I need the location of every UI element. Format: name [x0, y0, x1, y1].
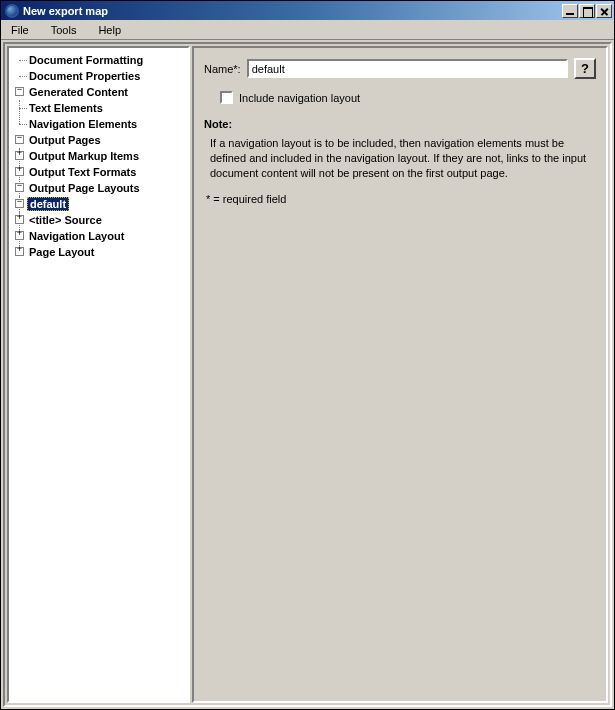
tree-item-output-pages[interactable]: Output Pages — [27, 134, 103, 146]
expand-icon[interactable] — [15, 247, 24, 256]
include-nav-checkbox[interactable] — [220, 91, 233, 104]
tree-item-navigation-layout[interactable]: Navigation Layout — [27, 230, 126, 242]
name-label: Name*: — [204, 63, 241, 75]
menu-file[interactable]: File — [7, 22, 33, 38]
collapse-icon[interactable] — [15, 87, 24, 96]
tree-item-text-elements[interactable]: Text Elements — [27, 102, 105, 114]
titlebar: New export map — [1, 1, 614, 20]
menu-help[interactable]: Help — [94, 22, 125, 38]
tree-item-title-source[interactable]: <title> Source — [27, 214, 104, 226]
tree-item-doc-formatting[interactable]: Document Formatting — [27, 54, 145, 66]
expand-icon[interactable] — [15, 231, 24, 240]
collapse-icon[interactable] — [15, 183, 24, 192]
window-title: New export map — [23, 5, 561, 17]
expand-icon[interactable] — [15, 167, 24, 176]
expand-icon[interactable] — [15, 215, 24, 224]
tree-item-output-markup-items[interactable]: Output Markup Items — [27, 150, 141, 162]
content-panel: Name*: ? Include navigation layout Note:… — [192, 46, 608, 703]
tree-item-output-text-formats[interactable]: Output Text Formats — [27, 166, 138, 178]
expand-icon[interactable] — [15, 151, 24, 160]
collapse-icon[interactable] — [15, 135, 24, 144]
tree-item-generated-content[interactable]: Generated Content — [27, 86, 130, 98]
minimize-button[interactable] — [562, 4, 578, 18]
help-button[interactable]: ? — [574, 58, 596, 79]
app-icon — [5, 4, 19, 18]
include-nav-label[interactable]: Include navigation layout — [239, 92, 360, 104]
tree-panel: Document Formatting Document Properties … — [7, 46, 190, 703]
close-button[interactable] — [596, 4, 612, 18]
tree-item-default[interactable]: default — [27, 197, 69, 211]
note-label: Note: — [204, 118, 596, 130]
menu-tools[interactable]: Tools — [47, 22, 81, 38]
maximize-button[interactable] — [579, 4, 595, 18]
collapse-icon[interactable] — [15, 199, 24, 208]
workarea: Document Formatting Document Properties … — [3, 42, 612, 707]
tree-item-doc-properties[interactable]: Document Properties — [27, 70, 142, 82]
tree-item-output-page-layouts[interactable]: Output Page Layouts — [27, 182, 142, 194]
name-input[interactable] — [247, 59, 568, 78]
note-body: If a navigation layout is to be included… — [210, 136, 594, 181]
tree-item-navigation-elements[interactable]: Navigation Elements — [27, 118, 139, 130]
tree-item-page-layout[interactable]: Page Layout — [27, 246, 96, 258]
menubar: File Tools Help — [1, 20, 614, 40]
required-note: * = required field — [206, 193, 594, 205]
